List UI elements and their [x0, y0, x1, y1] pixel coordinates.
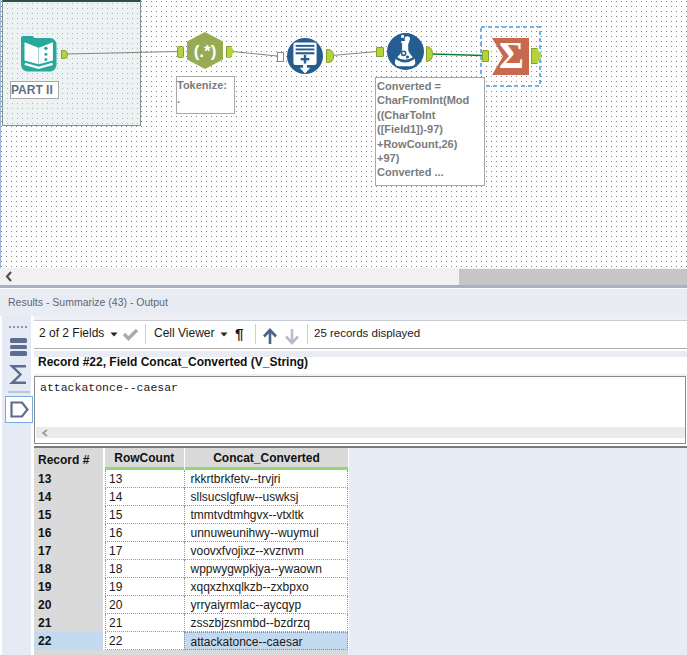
svg-text:Σ: Σ	[499, 38, 524, 75]
svg-text:(.*): (.*)	[194, 42, 217, 61]
